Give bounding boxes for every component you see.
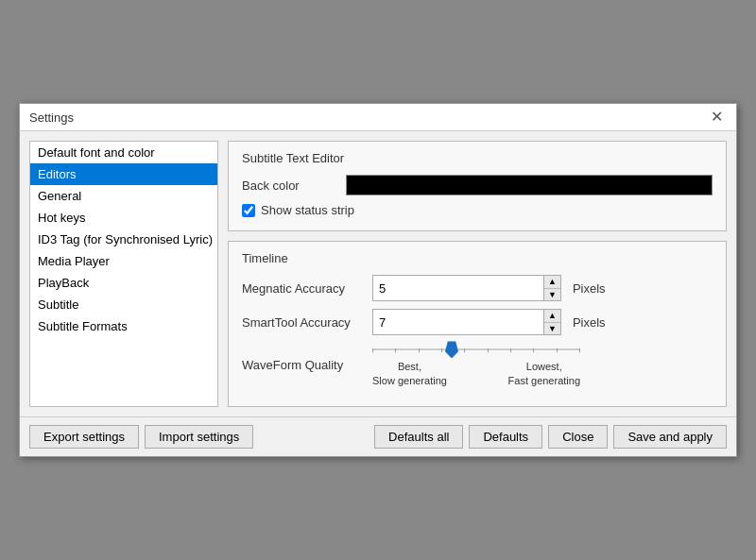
- sidebar-item-media-player[interactable]: Media Player: [30, 250, 217, 272]
- magnetic-accuracy-spinners: ▲ ▼: [543, 276, 560, 300]
- back-color-swatch[interactable]: [346, 175, 713, 195]
- tick-9: [557, 348, 558, 352]
- slider-thumb[interactable]: [445, 341, 458, 358]
- smarttool-accuracy-input[interactable]: ▲ ▼: [372, 309, 561, 335]
- export-settings-button[interactable]: Export settings: [29, 425, 139, 449]
- smarttool-accuracy-value[interactable]: [373, 314, 543, 331]
- sidebar-item-editors[interactable]: Editors: [30, 163, 217, 185]
- smarttool-accuracy-unit: Pixels: [573, 315, 606, 330]
- subtitle-text-editor-title: Subtitle Text Editor: [242, 151, 713, 165]
- window-title: Settings: [29, 110, 74, 125]
- smarttool-accuracy-up[interactable]: ▲: [544, 310, 560, 323]
- sidebar-item-general[interactable]: General: [30, 185, 217, 207]
- show-status-strip-label: Show status strip: [261, 203, 354, 217]
- tick-3: [419, 348, 420, 352]
- magnetic-accuracy-unit: Pixels: [573, 281, 606, 296]
- sidebar-item-playback[interactable]: PlayBack: [30, 272, 217, 294]
- show-status-strip-checkbox[interactable]: [242, 204, 255, 217]
- sidebar-item-hot-keys[interactable]: Hot keys: [30, 207, 217, 229]
- tick-7: [510, 348, 511, 352]
- close-button[interactable]: Close: [548, 425, 608, 449]
- footer: Export settings Import settings Defaults…: [20, 416, 736, 456]
- waveform-slider-track[interactable]: [372, 343, 580, 356]
- show-status-strip-row: Show status strip: [242, 203, 713, 217]
- tick-2: [395, 348, 396, 352]
- tick-4: [441, 348, 442, 352]
- waveform-slider-container: Best,Slow generating Lowest,Fast generat…: [372, 343, 580, 387]
- tick-8: [533, 348, 534, 352]
- settings-window: Settings ✕ Default font and color Editor…: [19, 103, 737, 457]
- slider-labels: Best,Slow generating Lowest,Fast generat…: [372, 360, 580, 387]
- defaults-button[interactable]: Defaults: [469, 425, 542, 449]
- title-bar: Settings ✕: [20, 104, 736, 131]
- smarttool-accuracy-down[interactable]: ▼: [544, 323, 560, 335]
- sidebar-item-default-font[interactable]: Default font and color: [30, 142, 217, 163]
- slider-ticks: [372, 348, 580, 352]
- sidebar: Default font and color Editors General H…: [29, 141, 218, 407]
- sidebar-item-subtitle-formats[interactable]: Subtitle Formats: [30, 315, 217, 337]
- back-color-label: Back color: [242, 178, 336, 193]
- timeline-title: Timeline: [242, 251, 713, 265]
- close-window-button[interactable]: ✕: [707, 110, 727, 125]
- smarttool-accuracy-row: SmartTool Accuracy ▲ ▼ Pixels: [242, 309, 713, 335]
- slider-label-best: Best,Slow generating: [372, 360, 447, 387]
- save-and-apply-button[interactable]: Save and apply: [613, 425, 727, 449]
- subtitle-text-editor-section: Subtitle Text Editor Back color Show sta…: [228, 141, 727, 231]
- back-color-row: Back color: [242, 175, 713, 195]
- sidebar-item-subtitle[interactable]: Subtitle: [30, 294, 217, 315]
- tick-5: [464, 348, 465, 352]
- magnetic-accuracy-row: Megnatic Accuracy ▲ ▼ Pixels: [242, 275, 713, 301]
- footer-left-buttons: Export settings Import settings: [29, 425, 253, 449]
- timeline-section: Timeline Megnatic Accuracy ▲ ▼ Pixels Sm…: [228, 241, 727, 407]
- tick-10: [579, 348, 580, 352]
- tick-6: [488, 348, 489, 352]
- import-settings-button[interactable]: Import settings: [145, 425, 253, 449]
- sidebar-item-id3-tag[interactable]: ID3 Tag (for Synchronised Lyric): [30, 229, 217, 250]
- slider-label-lowest: Lowest,Fast generating: [508, 360, 580, 387]
- magnetic-accuracy-value[interactable]: [373, 280, 543, 297]
- waveform-quality-row: WaveForm Quality: [242, 343, 713, 387]
- main-panel: Subtitle Text Editor Back color Show sta…: [228, 141, 727, 407]
- magnetic-accuracy-up[interactable]: ▲: [544, 276, 560, 289]
- magnetic-accuracy-input[interactable]: ▲ ▼: [372, 275, 561, 301]
- defaults-all-button[interactable]: Defaults all: [374, 425, 463, 449]
- tick-1: [372, 348, 373, 352]
- waveform-quality-label: WaveForm Quality: [242, 358, 365, 372]
- magnetic-accuracy-down[interactable]: ▼: [544, 289, 560, 301]
- main-content: Default font and color Editors General H…: [20, 131, 736, 416]
- smarttool-accuracy-spinners: ▲ ▼: [543, 310, 560, 334]
- smarttool-accuracy-label: SmartTool Accuracy: [242, 315, 365, 330]
- footer-right-buttons: Defaults all Defaults Close Save and app…: [374, 425, 727, 449]
- magnetic-accuracy-label: Megnatic Accuracy: [242, 281, 365, 296]
